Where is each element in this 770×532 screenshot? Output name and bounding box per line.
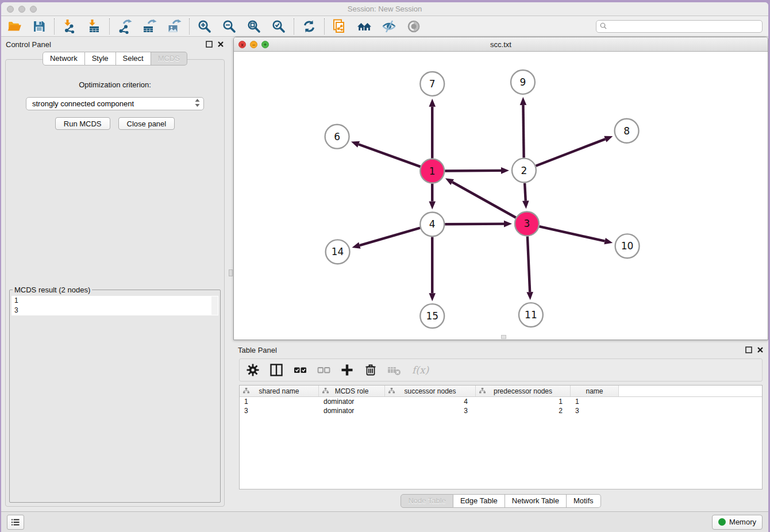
control-panel-header: Control Panel (1, 37, 229, 52)
apply-layout-icon[interactable] (302, 19, 317, 34)
close-table-panel-icon[interactable] (757, 346, 764, 353)
table-cell[interactable]: 1 (571, 398, 619, 406)
column-header-MCDS-role[interactable]: MCDS role (319, 385, 385, 396)
select-all-columns-icon[interactable] (292, 363, 307, 377)
close-panel-button[interactable]: Close panel (118, 117, 175, 130)
search-box[interactable] (596, 20, 763, 33)
tab-node-table[interactable]: Node Table (401, 494, 453, 508)
graph-edge-3-1[interactable] (452, 182, 516, 218)
graph-node-label: 6 (334, 131, 340, 142)
table-panel-header: Table Panel (233, 342, 768, 357)
column-header-successor-nodes[interactable]: successor nodes (385, 385, 476, 396)
graph-edge-1-6[interactable] (359, 144, 420, 167)
export-network-icon[interactable] (117, 19, 132, 34)
memory-button[interactable]: Memory (712, 515, 763, 530)
window-controls (7, 6, 37, 13)
search-icon (599, 22, 608, 30)
first-neighbors-icon[interactable] (357, 19, 372, 34)
clone-network-icon[interactable] (332, 19, 347, 34)
export-image-icon[interactable] (167, 19, 182, 34)
float-table-panel-icon[interactable] (745, 346, 752, 353)
add-column-icon[interactable] (340, 363, 355, 377)
mcds-result-list[interactable]: 13 (11, 296, 218, 315)
network-window-title: scc.txt (490, 40, 511, 49)
table-cell[interactable]: 1 (476, 398, 571, 406)
criterion-select[interactable]: strongly connected component (26, 97, 204, 110)
unselect-all-columns-icon[interactable] (316, 363, 331, 377)
graph-edge-2-9[interactable] (523, 105, 523, 158)
tab-motifs[interactable]: Motifs (567, 494, 601, 508)
table-settings-icon[interactable] (245, 363, 260, 377)
list-icon (10, 516, 21, 528)
table-cell[interactable]: 3 (385, 407, 476, 415)
save-session-icon[interactable] (32, 19, 47, 34)
table-cell[interactable]: 2 (476, 407, 571, 415)
table-cell[interactable]: 4 (385, 398, 476, 406)
network-canvas[interactable]: 7968124314101511 (234, 52, 768, 340)
close-panel-icon[interactable] (217, 41, 224, 48)
import-network-icon[interactable] (62, 19, 77, 34)
delete-columns-icon[interactable] (363, 363, 378, 377)
table-cell[interactable]: 3 (571, 407, 619, 415)
table-cell[interactable]: 3 (240, 407, 319, 415)
minimize-window-button[interactable] (18, 6, 25, 13)
maximize-window-button[interactable] (30, 6, 37, 13)
network-window-titlebar[interactable]: x – + scc.txt (234, 37, 768, 52)
optimization-criterion-label: Optimization criterion: (9, 80, 221, 89)
graph-edge-3-11[interactable] (528, 236, 530, 292)
result-scrollbar[interactable] (211, 296, 218, 315)
table-row[interactable]: 1dominator411 (240, 397, 762, 406)
vertical-splitter[interactable] (229, 37, 233, 511)
memory-label: Memory (729, 518, 756, 526)
mcds-result-item[interactable]: 1 (11, 296, 218, 306)
graph-edge-3-10[interactable] (539, 226, 605, 241)
close-window-button[interactable] (7, 6, 14, 13)
tab-mcds[interactable]: MCDS (151, 52, 187, 65)
criterion-value: strongly connected component (32, 99, 134, 108)
column-header-shared-name[interactable]: shared name (240, 385, 319, 396)
function-builder-icon: f(x) (410, 363, 431, 377)
float-panel-icon[interactable] (206, 41, 213, 48)
split-panel-icon[interactable] (269, 363, 284, 377)
import-table-icon[interactable] (87, 19, 102, 34)
network-resize-handle[interactable] (501, 335, 506, 339)
open-session-icon[interactable] (7, 19, 22, 34)
table-header-row: shared nameMCDS rolesuccessor nodesprede… (240, 385, 762, 397)
mcds-tab-content: Optimization criterion: strongly connect… (5, 59, 225, 507)
toolbar-separator (189, 18, 190, 34)
graph-edge-2-8[interactable] (536, 139, 605, 166)
graph-edge-4-3[interactable] (445, 224, 504, 225)
table-cell[interactable]: dominator (319, 407, 385, 415)
graphics-details-icon[interactable] (382, 19, 396, 34)
graph-node-label: 1 (429, 165, 436, 177)
graph-edge-1-2[interactable] (445, 171, 501, 171)
network-maximize-button[interactable]: + (261, 41, 269, 48)
tab-network[interactable]: Network (43, 52, 85, 65)
tab-edge-table[interactable]: Edge Table (453, 494, 505, 508)
graph-edge-2-3[interactable] (525, 183, 526, 201)
column-header-predecessor-nodes[interactable]: predecessor nodes (476, 385, 571, 396)
select-chevrons-icon (194, 98, 201, 109)
network-close-button[interactable]: x (238, 41, 246, 48)
graph-edge-4-14[interactable] (360, 228, 420, 246)
tab-style[interactable]: Style (85, 52, 116, 65)
column-header-name[interactable]: name (571, 385, 619, 396)
search-input[interactable] (608, 21, 759, 32)
tab-network-table[interactable]: Network Table (505, 494, 567, 508)
splitter-grip[interactable] (229, 269, 233, 276)
mcds-result-item[interactable]: 3 (11, 306, 218, 315)
table-cell[interactable]: 1 (240, 398, 319, 406)
task-history-button[interactable] (7, 515, 24, 530)
zoom-fit-icon[interactable] (247, 19, 261, 34)
tab-select[interactable]: Select (116, 52, 151, 65)
table-body: 1dominator4113dominator323 (240, 397, 762, 415)
run-mcds-button[interactable]: Run MCDS (55, 117, 110, 130)
zoom-out-icon[interactable] (222, 19, 237, 34)
table-cell[interactable]: dominator (319, 398, 385, 406)
zoom-selected-icon[interactable] (271, 19, 286, 34)
app-titlebar[interactable]: Session: New Session (1, 2, 768, 16)
table-row[interactable]: 3dominator323 (240, 406, 762, 415)
network-minimize-button[interactable]: – (250, 41, 257, 48)
export-table-icon[interactable] (142, 19, 157, 34)
zoom-in-icon[interactable] (197, 19, 212, 34)
